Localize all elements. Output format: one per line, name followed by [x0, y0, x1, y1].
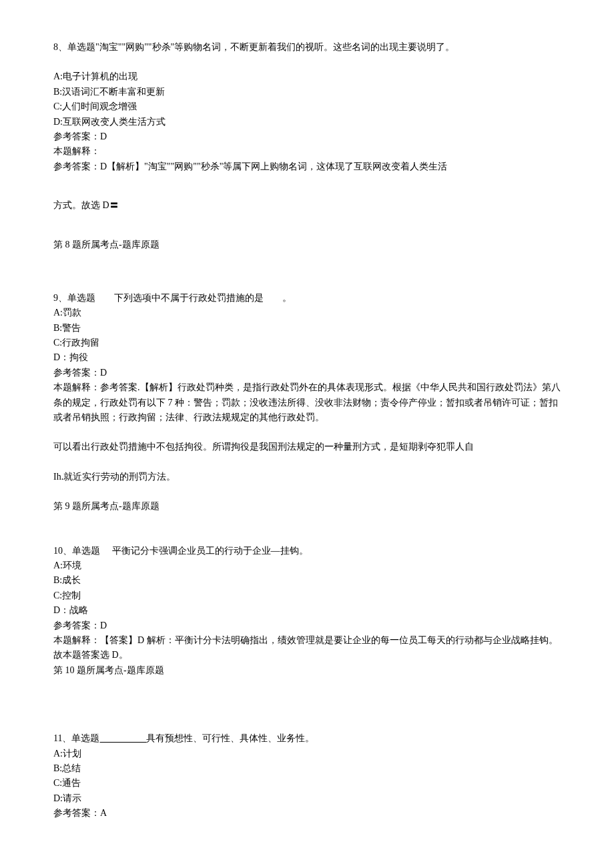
q8-option-d: D:互联网改变人类生活方式: [53, 115, 561, 129]
q10-topic: 第 10 题所属考点-题库原题: [53, 663, 561, 678]
q8-option-a: A:电子计算机的出现: [53, 69, 561, 84]
q8-answer: 参考答案：D: [53, 129, 561, 144]
q9-explain-1: 本题解释：参考答案.【解析】行政处罚种类，是指行政处罚外在的具体表现形式。根据《…: [53, 380, 561, 425]
q9-option-a: A:罚款: [53, 306, 561, 320]
q9-topic: 第 9 题所属考点-题库原题: [53, 499, 561, 514]
q10-option-c: C:控制: [53, 588, 561, 603]
q11-title-blank: ＿＿＿＿＿: [99, 733, 146, 743]
q8-topic: 第 8 题所属考点-题库原题: [53, 238, 561, 252]
q10-title: 10、单选题 平衡记分卡强调企业员工的行动于企业―挂钩。: [53, 544, 561, 558]
question-11: 11、单选题＿＿＿＿＿具有预想性、可行性、具体性、业务性。 A:计划 B:总结 …: [53, 731, 561, 821]
q10-explain: 本题解释：【答案】D 解析：平衡计分卡法明确指出，绩效管理就是要让企业的每一位员…: [53, 633, 561, 663]
q11-option-d: D:请示: [53, 791, 561, 806]
q8-option-c: C:人们时间观念增强: [53, 99, 561, 114]
q8-explain-label: 本题解释：: [53, 144, 561, 159]
q10-option-a: A:环境: [53, 558, 561, 573]
q11-option-b: B:总结: [53, 761, 561, 776]
q10-option-b: B:成长: [53, 573, 561, 588]
q8-title: 8、单选题"淘宝""网购""秒杀"等购物名词，不断更新着我们的视听。这些名词的出…: [53, 40, 561, 55]
q10-option-d: D：战略: [53, 603, 561, 618]
q9-option-d: D：拘役: [53, 350, 561, 365]
q9-answer: 参考答案：D: [53, 366, 561, 380]
q8-explain-text-1: 参考答案：D【解析】"淘宝""网购""秒杀"等属下网上购物名词，这体现了互联网改…: [53, 159, 561, 174]
q9-option-b: B:警告: [53, 321, 561, 336]
q10-answer: 参考答案：D: [53, 618, 561, 633]
q11-answer: 参考答案：A: [53, 806, 561, 821]
question-10: 10、单选题 平衡记分卡强调企业员工的行动于企业―挂钩。 A:环境 B:成长 C…: [53, 544, 561, 679]
q9-option-c: C:行政拘留: [53, 336, 561, 350]
q9-explain-3: Ih.就近实行劳动的刑罚方法。: [53, 470, 561, 484]
q11-option-c: C:通告: [53, 776, 561, 791]
question-9: 9、单选题 下列选项中不属于行政处罚措施的是 。 A:罚款 B:警告 C:行政拘…: [53, 291, 561, 514]
q11-title-post: 具有预想性、可行性、具体性、业务性。: [146, 733, 314, 743]
q8-option-b: B:汉语词汇不断丰富和更新: [53, 85, 561, 99]
q11-option-a: A:计划: [53, 747, 561, 761]
q11-title: 11、单选题＿＿＿＿＿具有预想性、可行性、具体性、业务性。: [53, 731, 561, 746]
question-8: 8、单选题"淘宝""网购""秒杀"等购物名词，不断更新着我们的视听。这些名词的出…: [53, 40, 561, 252]
q9-title: 9、单选题 下列选项中不属于行政处罚措施的是 。: [53, 291, 561, 306]
q11-title-pre: 11、单选题: [53, 733, 99, 743]
q9-explain-2: 可以看出行政处罚措施中不包括拘役。所谓拘役是我国刑法规定的一种量刑方式，是短期剥…: [53, 440, 561, 454]
q8-explain-text-2: 方式。故选 D〓: [53, 198, 561, 213]
